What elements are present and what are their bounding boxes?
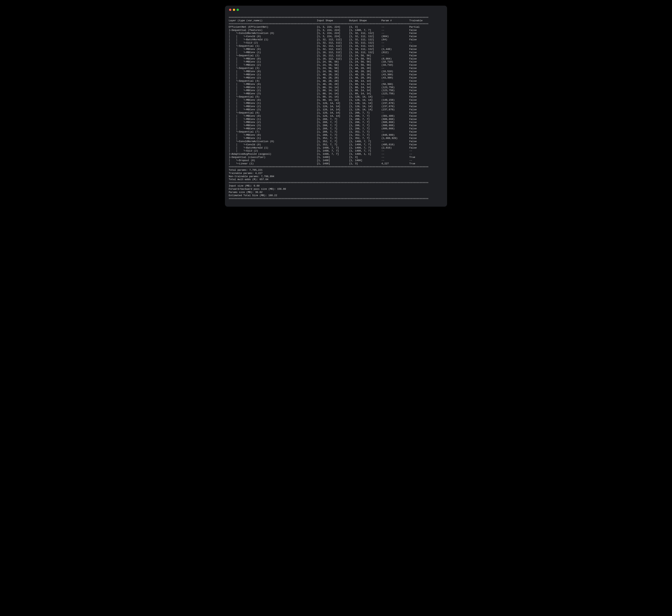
titlebar <box>229 8 443 14</box>
close-icon[interactable] <box>229 9 231 11</box>
terminal-output: ========================================… <box>229 16 443 200</box>
zoom-icon[interactable] <box>237 9 239 11</box>
minimize-icon[interactable] <box>233 9 235 11</box>
terminal-window: ========================================… <box>225 6 447 207</box>
